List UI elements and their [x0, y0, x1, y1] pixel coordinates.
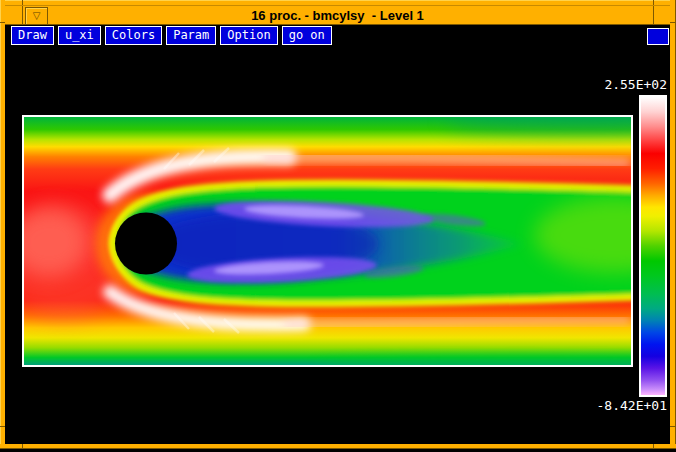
title-bar[interactable]: ▽ 16 proc. - bmcylsy - Level 1 — [5, 5, 670, 25]
colorbar-min-label: -8.42E+01 — [597, 398, 667, 413]
frame-notch — [670, 426, 676, 427]
frame-right[interactable] — [670, 0, 676, 449]
frame-notch — [670, 22, 676, 23]
flow-field-canvas — [24, 117, 631, 365]
window-title: 16 proc. - bmcylsy - Level 1 — [5, 6, 670, 24]
client-area: Draw u_xi Colors Param Option go on — [5, 25, 670, 444]
frame-notch — [22, 444, 23, 449]
frame-notch — [653, 444, 654, 449]
colorbar — [639, 95, 667, 397]
menu-button-go-on[interactable]: go on — [282, 26, 332, 45]
frame-bottom[interactable] — [0, 444, 676, 449]
menu-button-draw[interactable]: Draw — [11, 26, 54, 45]
cylinder — [115, 213, 177, 275]
menu-button-u-xi[interactable]: u_xi — [58, 26, 101, 45]
menu-bar: Draw u_xi Colors Param Option go on — [11, 26, 332, 45]
menu-button-option[interactable]: Option — [220, 26, 277, 45]
menu-bar-blank-button[interactable] — [647, 28, 669, 45]
flow-field-plot — [22, 115, 633, 367]
app-window: ▽ 16 proc. - bmcylsy - Level 1 Draw u_xi… — [0, 0, 676, 452]
menu-button-colors[interactable]: Colors — [105, 26, 162, 45]
colorbar-max-label: 2.55E+02 — [604, 77, 667, 92]
menu-button-param[interactable]: Param — [166, 26, 216, 45]
